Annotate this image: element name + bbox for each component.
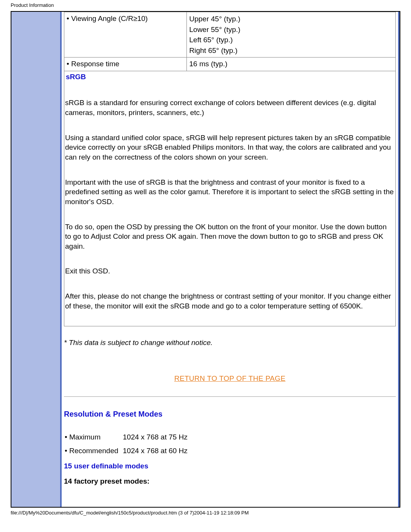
spec-table: • Viewing Angle (C/R≥10) Upper 45° (typ.… [64,12,396,326]
srgb-paragraph: sRGB is a standard for ensuring correct … [65,98,395,117]
table-row: sRGB sRGB is a standard for ensuring cor… [64,71,396,326]
page-frame: • Viewing Angle (C/R≥10) Upper 45° (typ.… [11,11,400,508]
user-definable-modes: 15 user definable modes [64,462,396,470]
srgb-paragraph: To do so, open the OSD by pressing the O… [65,222,395,251]
srgb-paragraph: Exit this OSD. [65,266,395,276]
srgb-body: sRGB is a standard for ensuring correct … [64,83,395,311]
page-header: Product Information [0,0,411,9]
table-row: • Viewing Angle (C/R≥10) Upper 45° (typ.… [64,12,396,58]
table-row: • Recommended 1024 x 768 at 60 Hz [65,445,191,458]
left-sidebar [11,12,60,507]
main-content: • Viewing Angle (C/R≥10) Upper 45° (typ.… [60,12,400,507]
return-to-top-link[interactable]: RETURN TO TOP OF THE PAGE [64,374,396,383]
divider [64,396,396,397]
spec-label: • Viewing Angle (C/R≥10) [64,12,187,58]
resolution-heading: Resolution & Preset Modes [64,410,396,419]
res-label: • Recommended [65,445,122,458]
viewing-angle-values: Upper 45° (typ.) Lower 55° (typ.) Left 6… [189,14,393,56]
table-row: • Maximum 1024 x 768 at 75 Hz [65,431,191,444]
table-row: • Response time 16 ms (typ.) [64,58,396,71]
spec-value: Upper 45° (typ.) Lower 55° (typ.) Left 6… [187,12,396,58]
spec-label: • Response time [64,58,187,71]
res-value: 1024 x 768 at 60 Hz [123,445,191,458]
srgb-paragraph: Important with the use of sRGB is that t… [65,177,395,207]
srgb-heading: sRGB [66,73,86,81]
srgb-paragraph: Using a standard unified color space, sR… [65,133,395,162]
factory-preset-modes: 14 factory preset modes: [64,477,396,486]
page-footer: file:///D|/My%20Documents/dfu/C_model/en… [11,510,411,516]
footnote: * This data is subject to change without… [64,339,396,347]
res-label: • Maximum [65,431,122,444]
resolution-table: • Maximum 1024 x 768 at 75 Hz • Recommen… [64,431,192,459]
res-value: 1024 x 768 at 75 Hz [123,431,191,444]
spec-value: 16 ms (typ.) [187,58,396,71]
srgb-paragraph: After this, please do not change the bri… [65,291,395,311]
